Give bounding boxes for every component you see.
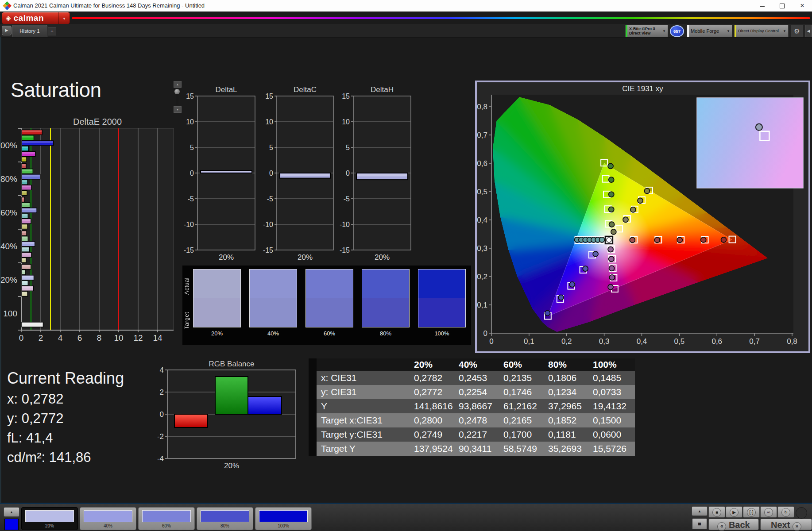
table-cell: 0,1234 bbox=[545, 385, 590, 399]
svg-text:0,2: 0,2 bbox=[477, 273, 487, 281]
next-chevron-icon: » bbox=[793, 522, 801, 531]
svg-text:0,5: 0,5 bbox=[477, 188, 487, 196]
svg-text:-5: -5 bbox=[267, 195, 273, 203]
patch-button-label: 20% bbox=[22, 523, 77, 528]
actual-color bbox=[193, 269, 240, 298]
svg-text:10: 10 bbox=[265, 118, 273, 126]
stop-measure-button[interactable]: ■ bbox=[692, 518, 708, 530]
table-cell: 0,2749 bbox=[411, 427, 456, 442]
patch-color-chip bbox=[25, 510, 74, 522]
current-reading-fl: fL: 41,4 bbox=[7, 430, 53, 446]
actual-target-patch-80% bbox=[362, 269, 410, 327]
next-button[interactable]: Next » bbox=[760, 519, 812, 530]
up-arrow-icon: ▲ bbox=[698, 509, 701, 513]
table-cell: 90,3411 bbox=[456, 442, 501, 456]
svg-text:0,2: 0,2 bbox=[561, 337, 572, 346]
back-button[interactable]: « Back bbox=[708, 519, 759, 530]
table-row-label: Target x:CIE31 bbox=[317, 413, 411, 427]
play-button[interactable]: ▶ bbox=[726, 506, 742, 518]
table-row: y: CIE310,27720,22540,17460,12340,0733 bbox=[309, 385, 636, 399]
patch-button-label: 100% bbox=[255, 523, 311, 528]
table-header-cell: 60% bbox=[501, 358, 545, 371]
patch-button-100%[interactable]: 100% bbox=[255, 507, 312, 530]
cie-1931-panel: CIE 1931 xy00,10,20,30,40,50,60,70,800,1… bbox=[476, 81, 809, 352]
patch-button-40%[interactable]: 40% bbox=[80, 507, 136, 530]
continuous-measure-button[interactable]: ∞ bbox=[760, 506, 777, 518]
table-cell: 0,0733 bbox=[590, 385, 635, 399]
svg-text:14: 14 bbox=[153, 333, 162, 342]
svg-text:-15: -15 bbox=[263, 246, 273, 254]
patch-color-chip bbox=[201, 510, 249, 522]
svg-text:20%: 20% bbox=[375, 253, 390, 262]
expand-controls-button[interactable]: ▲ bbox=[692, 506, 708, 516]
back-chevron-icon: « bbox=[717, 522, 726, 531]
single-measure-icon: [·] bbox=[747, 508, 756, 517]
stop-icon: ■ bbox=[698, 520, 701, 527]
actual-color bbox=[250, 269, 297, 298]
svg-text:DeltaL: DeltaL bbox=[215, 85, 237, 94]
table-header-cell: 40% bbox=[456, 358, 501, 371]
table-row-label: y: CIE31 bbox=[317, 385, 411, 399]
patch-label: 100% bbox=[418, 330, 466, 337]
svg-text:-5: -5 bbox=[188, 195, 194, 203]
svg-text:0,3: 0,3 bbox=[599, 337, 610, 346]
current-reading-y: y: 0,2772 bbox=[7, 411, 64, 427]
svg-text:20%: 20% bbox=[298, 253, 313, 262]
svg-text:10: 10 bbox=[186, 118, 194, 126]
svg-text:0,1: 0,1 bbox=[477, 301, 487, 309]
table-cell: 93,8667 bbox=[456, 399, 501, 413]
refresh-button[interactable]: ↻ bbox=[777, 506, 794, 518]
back-label: Back bbox=[729, 520, 750, 530]
svg-text:20%: 20% bbox=[224, 462, 239, 470]
svg-text:0,4: 0,4 bbox=[637, 337, 647, 346]
patch-button-20%[interactable]: 20% bbox=[21, 507, 78, 530]
table-row: Target x:CIE310,28000,24780,21650,18520,… bbox=[309, 413, 636, 427]
svg-text:-10: -10 bbox=[184, 221, 194, 228]
table-cell: 0,1181 bbox=[545, 427, 590, 442]
svg-text:20%: 20% bbox=[0, 275, 17, 285]
svg-text:10: 10 bbox=[114, 333, 123, 342]
svg-text:0,4: 0,4 bbox=[477, 216, 487, 224]
stop-icon: ■ bbox=[712, 508, 721, 517]
deltae2000-chart: DeltaE 200002468101214100%80%60%40%20%10… bbox=[0, 117, 174, 342]
svg-text:4: 4 bbox=[58, 333, 63, 342]
actual-target-patch-20% bbox=[193, 269, 241, 327]
table-cell: 0,2254 bbox=[456, 385, 501, 399]
svg-text:12: 12 bbox=[133, 333, 143, 342]
table-header-cell: 80% bbox=[545, 358, 590, 371]
svg-text:0,8: 0,8 bbox=[787, 337, 797, 346]
table-cell: 0,1806 bbox=[545, 371, 590, 385]
svg-text:0: 0 bbox=[489, 337, 493, 346]
table-cell: 58,5749 bbox=[501, 442, 545, 456]
svg-text:10: 10 bbox=[342, 118, 350, 126]
svg-text:5: 5 bbox=[269, 144, 273, 151]
table-row-label: x: CIE31 bbox=[317, 371, 411, 385]
table-cell: 0,1746 bbox=[501, 385, 545, 399]
table-cell: 37,2965 bbox=[545, 399, 590, 413]
expand-patches-button[interactable]: ▲ bbox=[4, 507, 19, 517]
patch-button-60%[interactable]: 60% bbox=[138, 507, 195, 530]
actual-target-patch-60% bbox=[305, 269, 353, 327]
svg-text:0,7: 0,7 bbox=[477, 131, 487, 139]
svg-text:-10: -10 bbox=[340, 221, 350, 228]
svg-text:100: 100 bbox=[3, 309, 17, 318]
current-reading-cdm2: cd/m²: 141,86 bbox=[7, 450, 91, 466]
svg-text:15: 15 bbox=[265, 92, 273, 100]
svg-text:DeltaC: DeltaC bbox=[294, 85, 317, 94]
table-cell: 0,2135 bbox=[501, 371, 545, 385]
patch-color-chip bbox=[142, 510, 191, 522]
table-cell: 141,8616 bbox=[411, 399, 456, 413]
stop-button[interactable]: ■ bbox=[708, 506, 725, 518]
svg-text:80%: 80% bbox=[0, 174, 17, 184]
actual-color bbox=[306, 269, 353, 298]
actual-target-swatch-panel: Actual Target 20%40%60%80%100% bbox=[182, 266, 471, 345]
table-row-label: Y bbox=[317, 399, 411, 413]
target-color bbox=[418, 298, 465, 327]
svg-text:0: 0 bbox=[19, 333, 24, 342]
patch-button-80%[interactable]: 80% bbox=[197, 507, 253, 530]
svg-text:8: 8 bbox=[97, 333, 102, 342]
table-cell: 0,2772 bbox=[411, 385, 456, 399]
play-icon: ▶ bbox=[730, 508, 739, 517]
table-cell: 137,9524 bbox=[411, 442, 456, 456]
single-measure-button[interactable]: [·] bbox=[743, 506, 760, 518]
